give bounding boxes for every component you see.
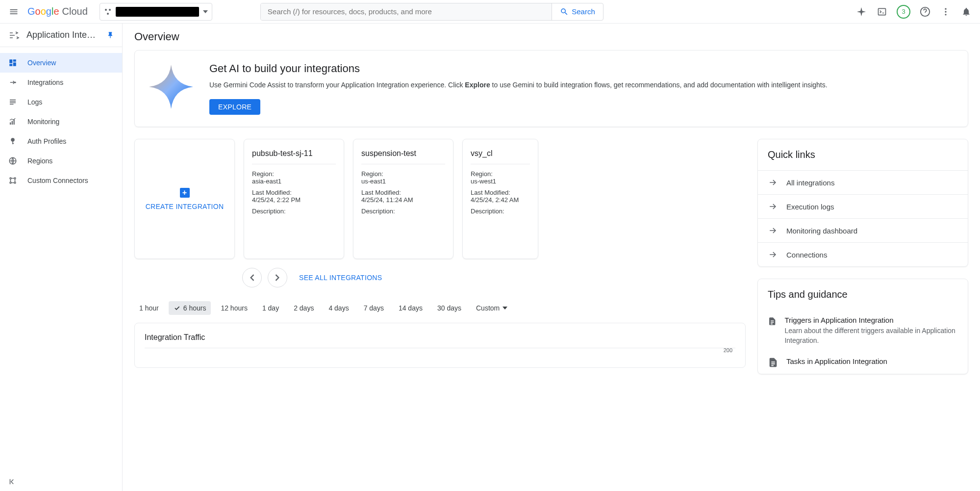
description-label: Description:: [361, 207, 445, 215]
svg-point-27: [14, 182, 16, 183]
sidebar-item-label: Integrations: [27, 78, 63, 86]
search-button[interactable]: Search: [552, 3, 603, 20]
top-header: Google Cloud Search 3: [0, 0, 980, 24]
sidebar-item-auth-profiles[interactable]: Auth Profiles: [0, 131, 122, 151]
gemini-logo: [147, 62, 196, 111]
sidebar-collapse-button[interactable]: [0, 472, 122, 491]
svg-rect-13: [10, 100, 16, 101]
svg-point-0: [105, 9, 107, 11]
bell-icon: [961, 7, 971, 17]
time-range-chip[interactable]: 1 day: [257, 301, 284, 315]
search-icon: [560, 7, 569, 16]
sidebar-item-regions[interactable]: Regions: [0, 151, 122, 171]
chart-y-tick: 200: [724, 347, 732, 353]
region-label: Region:: [471, 170, 530, 178]
svg-rect-15: [10, 103, 16, 103]
more-button[interactable]: [940, 6, 952, 18]
notifications-button[interactable]: [960, 6, 972, 18]
arrow-right-icon: [768, 250, 778, 259]
pin-icon[interactable]: [106, 31, 114, 39]
sidebar-item-logs[interactable]: Logs: [0, 92, 122, 112]
chevron-left-icon: [250, 274, 254, 281]
arrow-right-icon: [768, 226, 778, 235]
sidebar-title: Application Integr...: [26, 30, 100, 40]
time-range-chip[interactable]: 1 hour: [134, 301, 164, 315]
quick-link-execution-logs[interactable]: Execution logs: [758, 194, 968, 218]
sidebar-item-label: Logs: [27, 98, 42, 106]
integration-name: pubsub-test-sj-11: [252, 149, 336, 164]
svg-point-26: [10, 182, 11, 183]
caret-down-icon: [203, 9, 208, 14]
trial-badge[interactable]: 3: [897, 5, 910, 19]
spark-icon: [856, 6, 867, 17]
google-cloud-logo[interactable]: Google Cloud: [27, 6, 88, 17]
project-selector[interactable]: [100, 3, 212, 21]
time-range-chip[interactable]: 6 hours: [169, 301, 211, 315]
time-range-chip[interactable]: 14 days: [394, 301, 427, 315]
last-modified-value: 4/25/24, 2:42 AM: [471, 196, 530, 204]
sidebar-item-label: Custom Connectors: [27, 177, 88, 184]
cloud-shell-button[interactable]: [876, 6, 888, 18]
sidebar-item-integrations[interactable]: Integrations: [0, 73, 122, 92]
next-page-button[interactable]: [268, 268, 287, 287]
key-icon: [8, 137, 17, 146]
caret-down-icon: [503, 307, 507, 310]
svg-rect-22: [12, 143, 14, 144]
create-integration-label: CREATE INTEGRATION: [146, 203, 224, 210]
svg-rect-18: [12, 121, 13, 125]
gemini-spark-button[interactable]: [855, 6, 867, 18]
svg-point-24: [10, 178, 11, 179]
ai-banner-title: Get AI to build your integrations: [209, 62, 956, 75]
time-range-chip[interactable]: 2 days: [289, 301, 319, 315]
document-icon: [768, 316, 777, 327]
sidebar-header: Application Integr...: [0, 24, 122, 47]
chevron-left-icon: [8, 477, 17, 486]
plus-icon: +: [180, 188, 190, 198]
tip-item[interactable]: Tasks in Application Integration: [758, 351, 968, 374]
project-name-redacted: [116, 7, 199, 17]
chart-title: Integration Traffic: [145, 333, 735, 342]
terminal-icon: [877, 7, 887, 17]
time-range-chip[interactable]: 12 hours: [216, 301, 252, 315]
time-range-chip[interactable]: 4 days: [324, 301, 353, 315]
ai-banner: Get AI to build your integrations Use Ge…: [134, 50, 968, 127]
hamburger-menu-button[interactable]: [4, 2, 24, 22]
project-icon: [104, 8, 112, 16]
google-logo-text: Google: [27, 6, 59, 17]
see-all-integrations-link[interactable]: SEE ALL INTEGRATIONS: [299, 274, 382, 282]
sidebar-item-custom-connectors[interactable]: Custom Connectors: [0, 171, 122, 190]
cloud-label: Cloud: [62, 6, 88, 17]
integration-name: vsy_cl: [471, 149, 530, 164]
dashboard-icon: [8, 58, 17, 67]
search-button-label: Search: [572, 7, 595, 16]
search-bar: Search: [260, 3, 603, 21]
region-value: us-east1: [361, 178, 445, 185]
quick-link-all-integrations[interactable]: All integrations: [758, 170, 968, 194]
integration-card[interactable]: pubsub-test-sj-11 Region: asia-east1 Las…: [244, 139, 344, 259]
description-label: Description:: [471, 207, 530, 215]
time-range-chip[interactable]: 7 days: [359, 301, 389, 315]
help-icon: [920, 6, 930, 17]
search-input[interactable]: [261, 3, 552, 20]
custom-time-range[interactable]: Custom: [471, 301, 512, 315]
quick-link-connections[interactable]: Connections: [758, 242, 968, 266]
sidebar-item-overview[interactable]: Overview: [0, 53, 122, 73]
sidebar-item-monitoring[interactable]: Monitoring: [0, 112, 122, 131]
svg-point-25: [14, 178, 16, 179]
help-button[interactable]: [919, 6, 931, 18]
svg-point-1: [109, 9, 111, 11]
globe-icon: [8, 156, 17, 165]
quick-link-monitoring[interactable]: Monitoring dashboard: [758, 218, 968, 242]
integration-traffic-card: Integration Traffic 200: [134, 323, 746, 368]
integration-card[interactable]: suspension-test Region: us-east1 Last Mo…: [353, 139, 453, 259]
page-title: Overview: [123, 24, 980, 50]
time-range-chip[interactable]: 30 days: [432, 301, 466, 315]
explore-button[interactable]: EXPLORE: [209, 99, 260, 115]
create-integration-card[interactable]: + CREATE INTEGRATION: [134, 139, 235, 259]
region-label: Region:: [252, 170, 336, 178]
prev-page-button[interactable]: [242, 268, 262, 287]
arrow-right-icon: [768, 202, 778, 211]
tip-item[interactable]: Triggers in Application Integration Lear…: [758, 310, 968, 351]
region-label: Region:: [361, 170, 445, 178]
integration-card[interactable]: vsy_cl Region: us-west1 Last Modified: 4…: [462, 139, 538, 259]
